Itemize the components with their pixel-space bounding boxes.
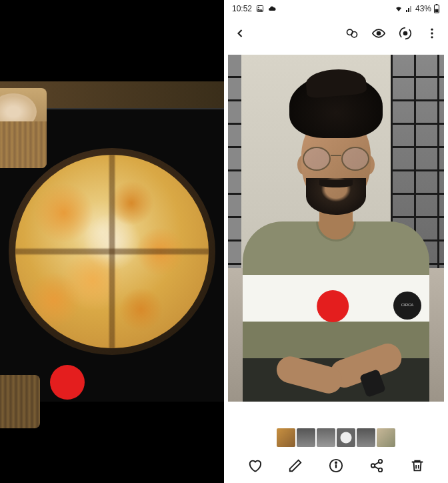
thumbnail-item[interactable] <box>377 428 395 447</box>
bixby-vision-button[interactable] <box>397 25 413 41</box>
svg-point-9 <box>431 29 433 31</box>
thumbnail-strip[interactable] <box>224 427 448 448</box>
food-photo[interactable] <box>0 81 224 402</box>
bottom-action-bar <box>224 448 448 483</box>
thumbnail-item[interactable] <box>277 428 295 447</box>
marker-dot-icon <box>50 365 85 400</box>
back-button[interactable] <box>232 25 248 41</box>
status-bar: 10:52 43% <box>224 0 448 17</box>
cloud-status-icon <box>268 5 276 13</box>
tshirt-badge: CIRCA <box>393 292 421 320</box>
svg-point-6 <box>351 32 357 37</box>
coffee-cup-bottom <box>0 375 40 428</box>
svg-point-11 <box>431 36 433 38</box>
share-button[interactable] <box>369 458 385 474</box>
svg-point-10 <box>431 32 433 34</box>
thumbnail-item[interactable] <box>337 428 355 447</box>
app-bar <box>224 17 448 49</box>
svg-line-18 <box>375 462 379 465</box>
svg-rect-3 <box>436 4 438 5</box>
thumbnail-item[interactable] <box>357 428 375 447</box>
svg-point-14 <box>335 462 337 463</box>
thumbnail-item[interactable] <box>317 428 335 447</box>
edit-button[interactable] <box>287 458 303 474</box>
signal-icon <box>405 5 413 13</box>
gallery-app: 10:52 43% <box>224 0 448 483</box>
clock-time: 10:52 <box>232 4 252 13</box>
photo-viewer[interactable]: CIRCA <box>224 49 448 427</box>
more-menu-button[interactable] <box>424 25 440 41</box>
svg-rect-4 <box>435 9 439 13</box>
remaster-button[interactable] <box>344 25 360 41</box>
image-status-icon <box>256 5 264 13</box>
wooden-plate <box>9 148 215 355</box>
thumbnail-item[interactable] <box>297 428 315 447</box>
svg-point-8 <box>404 32 407 35</box>
vision-button[interactable] <box>371 25 387 41</box>
person-subject: CIRCA <box>243 75 429 402</box>
marker-dot-icon <box>317 290 349 322</box>
svg-line-19 <box>375 466 379 469</box>
svg-point-16 <box>371 464 375 468</box>
delete-button[interactable] <box>409 458 425 474</box>
svg-point-17 <box>379 468 383 472</box>
background-window-left <box>228 55 241 288</box>
battery-percent: 43% <box>415 4 431 13</box>
svg-point-15 <box>379 460 383 464</box>
cheese-pizza <box>15 155 209 348</box>
coffee-cup-top <box>0 88 47 168</box>
battery-icon <box>433 4 440 13</box>
portrait-photo: CIRCA <box>228 55 444 402</box>
favorite-button[interactable] <box>247 458 263 474</box>
svg-point-1 <box>258 7 259 8</box>
svg-point-7 <box>377 32 381 35</box>
left-photo-viewer <box>0 0 224 483</box>
wifi-icon <box>394 5 403 13</box>
details-button[interactable] <box>328 458 344 474</box>
